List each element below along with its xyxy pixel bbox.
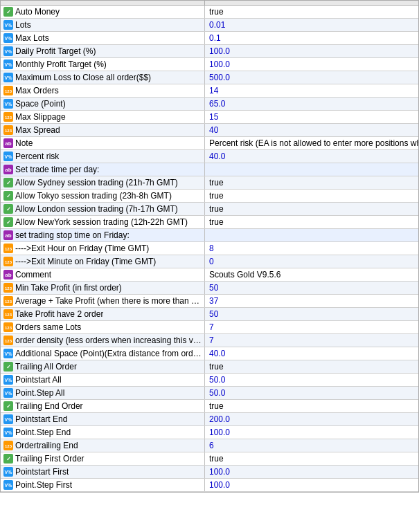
variable-cell: ✓Trailing End Order <box>1 400 205 412</box>
table-row: V%Daily Profit Target (%)100.0 <box>1 45 418 58</box>
value-cell: 50.0 <box>205 387 418 399</box>
variable-cell: ✓Allow Tokyo session trading (23h-8h GMT… <box>1 190 205 202</box>
table-row: 123order density (less orders when incre… <box>1 334 418 347</box>
table-row: abCommentScouts Gold V9.5.6 <box>1 268 418 282</box>
variable-cell: abset trading stop time on Friday: <box>1 229 205 241</box>
value-cell: 100.0 <box>205 58 418 71</box>
table-row: 123Orders same Lots7 <box>1 321 418 334</box>
svg-text:V%: V% <box>5 49 13 54</box>
value-cell: true <box>205 400 418 412</box>
value-cell: 200.0 <box>205 413 418 425</box>
variable-cell: 123---->Exit Hour on Friday (Time GMT) <box>1 242 205 255</box>
double-icon: V% <box>3 46 13 56</box>
variable-label: Percent risk <box>15 152 59 161</box>
svg-text:✓: ✓ <box>6 364 11 370</box>
variable-cell: V%Maximum Loss to Close all order($$) <box>1 71 205 84</box>
variable-cell: 123order density (less orders when incre… <box>1 334 205 347</box>
int-icon: 123 <box>3 283 13 293</box>
svg-text:ab: ab <box>5 167 11 173</box>
value-cell: 7 <box>205 334 418 347</box>
table-row: ✓Allow Sydney session trading (21h-7h GM… <box>1 176 418 190</box>
bool-icon: ✓ <box>3 204 13 214</box>
value-cell: 14 <box>205 84 418 97</box>
table-row: V%Point.Step All50.0 <box>1 387 418 400</box>
variable-cell: abSet trade time per day: <box>1 163 205 176</box>
value-cell: 40.0 <box>205 347 418 360</box>
table-header <box>1 1 418 6</box>
variable-cell: ✓Allow Sydney session trading (21h-7h GM… <box>1 176 205 189</box>
value-cell: true <box>205 360 418 373</box>
svg-text:123: 123 <box>5 247 12 251</box>
table-row: 123Max Slippage15 <box>1 111 418 124</box>
double-icon: V% <box>3 33 13 43</box>
table-row: ✓Allow NewYork session trading (12h-22h … <box>1 216 418 229</box>
variable-cell: V%Point.Step End <box>1 426 205 439</box>
svg-text:V%: V% <box>5 351 13 356</box>
table-row: V%Percent risk40.0 <box>1 150 418 163</box>
variable-cell: 123Min Take Profit (in first order) <box>1 282 205 294</box>
table-row: abSet trade time per day: <box>1 163 418 176</box>
value-cell: true <box>205 452 418 465</box>
value-cell: true <box>205 190 418 202</box>
double-icon: V% <box>3 349 13 358</box>
svg-text:123: 123 <box>5 339 12 343</box>
table-row: 123Max Orders14 <box>1 84 418 98</box>
int-icon: 123 <box>3 296 13 306</box>
table-row: 123Average + Take Profit (when there is … <box>1 295 418 308</box>
variable-label: Pointstart First <box>15 467 69 477</box>
bool-icon: ✓ <box>3 7 13 17</box>
svg-text:V%: V% <box>5 62 13 67</box>
table-row: V%Monthly Profit Target (%)100.0 <box>1 58 418 71</box>
int-icon: 123 <box>3 336 13 345</box>
svg-text:V%: V% <box>5 430 13 435</box>
string-icon: ab <box>3 230 13 240</box>
variable-cell: V%Percent risk <box>1 150 205 163</box>
variable-label: Maximum Loss to Close all order($$) <box>15 73 151 82</box>
variable-cell: V%Max Lots <box>1 32 205 44</box>
table-row: ✓Auto Moneytrue <box>1 6 418 19</box>
table-body: ✓Auto MoneytrueV%Lots0.01V%Max Lots0.1V%… <box>1 6 418 492</box>
svg-text:V%: V% <box>5 36 13 41</box>
value-cell: 40.0 <box>205 150 418 163</box>
double-icon: V% <box>3 375 13 385</box>
double-icon: V% <box>3 73 13 82</box>
int-icon: 123 <box>3 125 13 135</box>
variable-cell: abNote <box>1 137 205 149</box>
variable-label: Allow London session trading (7h-17h GMT… <box>15 204 178 214</box>
value-cell: 40 <box>205 124 418 136</box>
string-icon: ab <box>3 165 13 174</box>
value-cell: Percent risk (EA is not allowed to enter… <box>205 137 418 149</box>
int-icon: 123 <box>3 322 13 332</box>
header-value <box>205 1 418 5</box>
variable-label: Point.Step First <box>15 480 72 490</box>
table-row: ✓Trailing End Ordertrue <box>1 400 418 413</box>
double-icon: V% <box>3 467 13 477</box>
table-row: V%Pointstart End200.0 <box>1 413 418 426</box>
variable-label: Orders same Lots <box>15 322 81 332</box>
int-icon: 123 <box>3 309 13 319</box>
table-row: V%Max Lots0.1 <box>1 32 418 45</box>
value-cell: true <box>205 216 418 228</box>
variable-cell: 123Take Profit have 2 order <box>1 308 205 320</box>
value-cell: 100.0 <box>205 466 418 478</box>
variable-cell: V%Monthly Profit Target (%) <box>1 58 205 71</box>
variable-label: set trading stop time on Friday: <box>15 230 130 240</box>
int-icon: 123 <box>3 86 13 95</box>
value-cell: 50.0 <box>205 374 418 386</box>
string-icon: ab <box>3 270 13 279</box>
value-cell: 100.0 <box>205 479 418 491</box>
variable-label: Average + Take Profit (when there is mor… <box>15 296 202 306</box>
svg-text:✓: ✓ <box>6 219 11 226</box>
int-icon: 123 <box>3 244 13 253</box>
value-cell: 0.1 <box>205 32 418 44</box>
svg-text:✓: ✓ <box>6 403 11 410</box>
variable-cell: abComment <box>1 268 205 281</box>
table-row: V%Pointstart All50.0 <box>1 374 418 387</box>
variable-cell: 123Average + Take Profit (when there is … <box>1 295 205 307</box>
bool-icon: ✓ <box>3 191 13 201</box>
double-icon: V% <box>3 59 13 69</box>
table-row: abset trading stop time on Friday: <box>1 229 418 242</box>
svg-text:123: 123 <box>5 326 12 330</box>
double-icon: V% <box>3 20 13 30</box>
value-cell: true <box>205 176 418 189</box>
